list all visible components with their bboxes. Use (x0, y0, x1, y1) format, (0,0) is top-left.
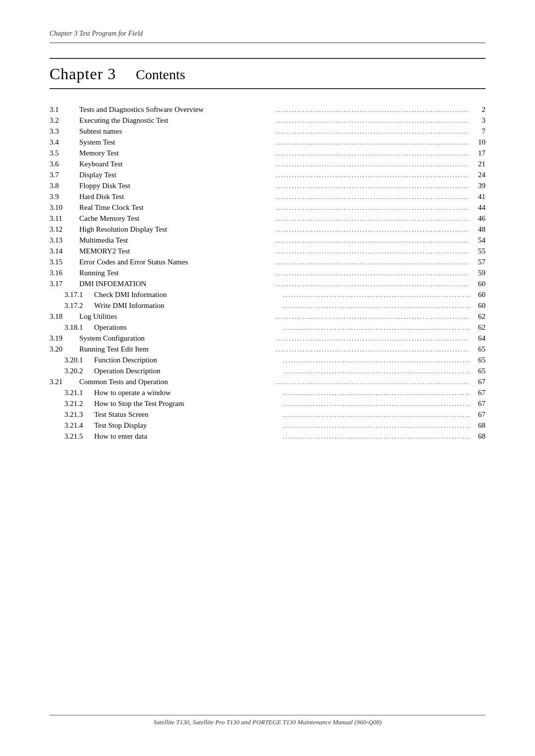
toc-dots (275, 345, 470, 353)
toc-dots (275, 269, 470, 277)
toc-dots (283, 389, 470, 397)
toc-entry: 3.6Keyboard Test21 (50, 158, 485, 169)
toc-entry: 3.17.1Check DMI Information60 (50, 289, 485, 300)
toc-dots (275, 160, 470, 168)
toc-page: 64 (472, 334, 485, 343)
toc-number: 3.12 (50, 225, 79, 234)
toc-number: 3.17.2 (64, 302, 94, 310)
toc-entry: 3.21.4Test Stop Display68 (50, 420, 485, 431)
toc-number: 3.15 (50, 258, 79, 266)
toc-dots (283, 432, 470, 441)
toc-dots (275, 116, 470, 125)
toc-number: 3.3 (50, 127, 79, 136)
toc-dots (275, 312, 470, 321)
toc-number: 3.8 (50, 182, 79, 190)
toc-number: 3.13 (50, 236, 79, 245)
toc-number: 3.11 (50, 214, 79, 223)
toc-entry: 3.20Running Test Edit Item65 (50, 344, 485, 354)
toc-number: 3.7 (50, 171, 79, 179)
toc-entry: 3.15Error Codes and Error Status Names57 (50, 256, 485, 267)
toc-page: 21 (472, 160, 485, 168)
toc-number: 3.1 (50, 105, 79, 114)
toc-dots (275, 203, 470, 212)
toc-entry: 3.21Common Tests and Operation67 (50, 376, 485, 387)
toc-title: Real Time Clock Test (79, 203, 273, 212)
toc-title: Error Codes and Error Status Names (79, 258, 273, 266)
toc-entry: 3.11Cache Memory Test46 (50, 213, 485, 224)
toc-page: 65 (472, 356, 485, 364)
toc-page: 7 (472, 127, 485, 136)
page: Chapter 3 Test Program for Field Chapter… (0, 0, 535, 756)
toc-page: 67 (472, 410, 485, 419)
toc-dots (275, 258, 470, 266)
toc-entry: 3.20.2Operation Description65 (50, 365, 485, 376)
toc-dots (275, 214, 470, 223)
toc-dots (275, 127, 470, 136)
toc-number: 3.18.1 (64, 323, 94, 332)
toc-number: 3.6 (50, 160, 79, 168)
toc-dots (275, 138, 470, 147)
toc-dots (283, 302, 470, 310)
toc-dots (283, 400, 470, 408)
toc-page: 62 (472, 312, 485, 321)
toc-number: 3.14 (50, 247, 79, 255)
toc-page: 60 (472, 291, 485, 299)
toc-page: 57 (472, 258, 485, 266)
toc-title: Hard Disk Test (79, 193, 273, 201)
toc-entry: 3.5Memory Test17 (50, 148, 485, 158)
toc-number: 3.21 (50, 378, 79, 386)
toc-title: Memory Test (79, 149, 273, 157)
toc-number: 3.20 (50, 345, 79, 353)
toc-number: 3.21.3 (64, 410, 94, 419)
toc-page: 48 (472, 225, 485, 234)
toc-page: 60 (472, 280, 485, 288)
toc-entry: 3.18Log Utilities62 (50, 311, 485, 322)
toc-title: Display Test (79, 171, 273, 179)
toc-title: Test Status Screen (94, 410, 281, 419)
toc-entry: 3.3Subtest names7 (50, 126, 485, 137)
toc-dots (275, 334, 470, 343)
toc-page: 67 (472, 378, 485, 386)
toc-number: 3.2 (50, 116, 79, 125)
toc-dots (275, 236, 470, 245)
toc-dots (275, 193, 470, 201)
toc-entry: 3.16Running Test59 (50, 267, 485, 278)
toc-entry: 3.4System Test10 (50, 137, 485, 148)
toc-title: Function Description (94, 356, 281, 364)
toc-dots (275, 171, 470, 179)
toc-title: Tests and Diagnostics Software Overview (79, 105, 273, 114)
toc-entry: 3.13Multimedia Test54 (50, 235, 485, 246)
toc-page: 41 (472, 193, 485, 201)
toc-entry: 3.19System Configuration64 (50, 333, 485, 344)
toc-title: Executing the Diagnostic Test (79, 116, 273, 125)
toc-number: 3.21.2 (64, 400, 94, 408)
toc-number: 3.10 (50, 203, 79, 212)
toc-title: MEMORY2 Test (79, 247, 273, 255)
chapter-label: Chapter 3 (50, 65, 116, 83)
toc-page: 3 (472, 116, 485, 125)
toc-title: How to Stop the Test Program (94, 400, 281, 408)
toc-dots (283, 323, 470, 332)
toc-number: 3.21.5 (64, 432, 94, 441)
header-subtitle: Chapter 3 Test Program for Field (50, 30, 485, 38)
toc-page: 46 (472, 214, 485, 223)
toc-number: 3.19 (50, 334, 79, 343)
toc-number: 3.9 (50, 193, 79, 201)
toc-page: 2 (472, 105, 485, 114)
toc-title: Test Stop Display (94, 421, 281, 430)
toc-title: Cache Memory Test (79, 214, 273, 223)
toc-page: 67 (472, 389, 485, 397)
toc-title: Keyboard Test (79, 160, 273, 168)
toc-entry: 3.17DMI INFOEMATION60 (50, 278, 485, 289)
toc-entry: 3.18.1Operations62 (50, 322, 485, 333)
toc-page: 44 (472, 203, 485, 212)
toc-page: 60 (472, 302, 485, 310)
toc-page: 39 (472, 182, 485, 190)
toc-number: 3.21.1 (64, 389, 94, 397)
toc-entry: 3.9Hard Disk Test41 (50, 191, 485, 202)
contents-label: Contents (136, 67, 185, 83)
toc-title: Check DMI Information (94, 291, 281, 299)
toc-page: 10 (472, 138, 485, 147)
toc-number: 3.17 (50, 280, 79, 288)
toc-number: 3.20.2 (64, 367, 94, 375)
